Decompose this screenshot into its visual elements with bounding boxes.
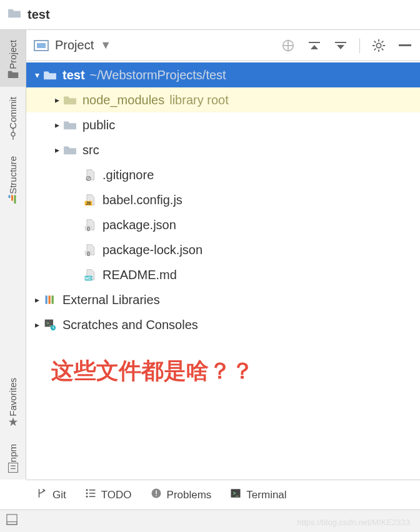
svg-text:>_: >_ [233, 491, 239, 496]
gutter-npm[interactable]: npm [0, 434, 26, 480]
folder-icon [62, 144, 78, 155]
expand-arrow-icon[interactable]: ▾ [31, 70, 42, 80]
tree-node-node_modules[interactable]: ▸node_moduleslibrary root [26, 87, 420, 112]
tree-node-root[interactable]: ▾test~/WebstormProjects/test [26, 62, 420, 87]
watermark: https://blog.csdn.net/MIKE2333 [297, 518, 410, 527]
tree-label: Scratches and Consoles [62, 318, 198, 332]
divider [359, 38, 360, 53]
panel-title: Project [55, 38, 94, 52]
npm-icon [8, 462, 19, 473]
file-js-icon: JS [82, 194, 98, 206]
file-json-icon: {} [82, 244, 98, 256]
svg-text:>_: >_ [46, 320, 52, 326]
tree-suffix: library root [169, 93, 228, 107]
tree-node-babel[interactable]: JSbabel.config.js [26, 187, 420, 212]
gutter-commit[interactable]: Commit [0, 87, 26, 147]
svg-point-10 [376, 43, 381, 47]
tree-label: test [62, 68, 85, 82]
status-todo[interactable]: TODO [85, 488, 132, 502]
status-label: TODO [101, 489, 132, 501]
gutter-favorites[interactable]: Favorites [0, 368, 26, 434]
hide-panel-icon[interactable] [398, 38, 412, 53]
bottom-gutter: https://blog.csdn.net/MIKE2333 [0, 510, 420, 532]
tree-node-public[interactable]: ▸public [26, 112, 420, 137]
warn-icon [151, 488, 162, 502]
svg-rect-11 [399, 44, 411, 46]
expand-all-icon[interactable] [307, 38, 322, 53]
file-md-icon: MD [82, 268, 98, 281]
tree-label: src [82, 143, 99, 157]
ide-status-icon[interactable] [6, 514, 18, 528]
status-git[interactable]: Git [36, 488, 66, 502]
gutter-label: Project [8, 40, 18, 69]
svg-rect-36 [156, 495, 157, 496]
tree-node-scratch[interactable]: ▸>_Scratches and Consoles [26, 312, 420, 337]
panel-header: Project ▼ [26, 30, 420, 61]
expand-arrow-icon[interactable]: ▸ [31, 320, 42, 330]
tree-label: External Libraries [62, 293, 160, 307]
svg-point-0 [11, 132, 15, 136]
tree-node-pkglock[interactable]: {}package-lock.json [26, 237, 420, 262]
status-terminal[interactable]: >_Terminal [230, 488, 286, 502]
file-ignore-icon [82, 169, 98, 181]
svg-rect-39 [7, 515, 17, 525]
tree-label: node_modules [82, 93, 164, 107]
tree-label: babel.config.js [102, 193, 182, 207]
folder-icon [8, 7, 21, 22]
expand-arrow-icon[interactable]: ▸ [31, 295, 42, 305]
ext-lib-icon [42, 293, 58, 306]
expand-arrow-icon[interactable]: ▸ [51, 120, 62, 130]
folder-icon [42, 69, 58, 81]
tree-node-pkg[interactable]: {}package.json [26, 212, 420, 237]
svg-text:MD: MD [85, 276, 92, 280]
status-problems[interactable]: Problems [151, 488, 212, 502]
tree-node-readme[interactable]: MDREADME.md [26, 262, 420, 287]
window-title: test [28, 7, 50, 22]
tree-node-ext[interactable]: ▸External Libraries [26, 287, 420, 312]
tree-suffix: ~/WebstormProjects/test [90, 68, 226, 82]
locate-icon[interactable] [281, 38, 296, 53]
folder-icon [62, 119, 78, 131]
gear-icon[interactable] [371, 38, 386, 53]
gutter-structure[interactable]: Structure [0, 146, 26, 212]
expand-arrow-icon[interactable]: ▸ [51, 145, 62, 155]
svg-point-28 [86, 489, 88, 491]
svg-point-29 [86, 493, 88, 495]
tree-label: README.md [102, 268, 177, 282]
expand-arrow-icon[interactable]: ▸ [51, 95, 62, 105]
branch-icon [36, 488, 48, 502]
gutter-project[interactable]: Project [0, 30, 26, 87]
svg-rect-5 [14, 195, 16, 204]
structure-icon [8, 194, 19, 205]
folder-icon [8, 69, 19, 81]
project-tree[interactable]: ▾test~/WebstormProjects/test▸node_module… [26, 61, 420, 480]
svg-rect-22 [46, 295, 48, 303]
gutter-label: Structure [8, 156, 18, 194]
commit-icon [8, 129, 19, 140]
gutter-label: npm [8, 444, 18, 462]
svg-rect-6 [8, 463, 18, 473]
status-label: Git [52, 489, 66, 501]
svg-rect-4 [11, 195, 13, 201]
left-tool-gutter: ProjectCommitStructure Favoritesnpm [0, 30, 26, 480]
star-icon [8, 416, 19, 428]
status-bar: GitTODOProblems>_Terminal [26, 480, 420, 510]
svg-rect-23 [49, 295, 51, 303]
tree-label: public [82, 118, 115, 132]
svg-rect-24 [52, 295, 54, 303]
project-panel: Project ▼ [26, 30, 420, 480]
tree-node-src[interactable]: ▸src [26, 137, 420, 162]
svg-point-30 [86, 496, 88, 498]
dropdown-icon[interactable]: ▼ [100, 39, 111, 52]
svg-text:{}: {} [87, 251, 91, 256]
project-view-icon [34, 40, 49, 51]
status-label: Problems [167, 489, 212, 501]
tree-node-gitignore[interactable]: .gitignore [26, 162, 420, 187]
tree-label: package.json [102, 218, 176, 232]
status-label: Terminal [246, 489, 286, 501]
svg-rect-35 [156, 491, 157, 495]
collapse-all-icon[interactable] [333, 38, 348, 53]
folder-lib-icon [62, 94, 78, 106]
tree-label: package-lock.json [102, 243, 202, 257]
terminal-icon: >_ [230, 488, 241, 502]
